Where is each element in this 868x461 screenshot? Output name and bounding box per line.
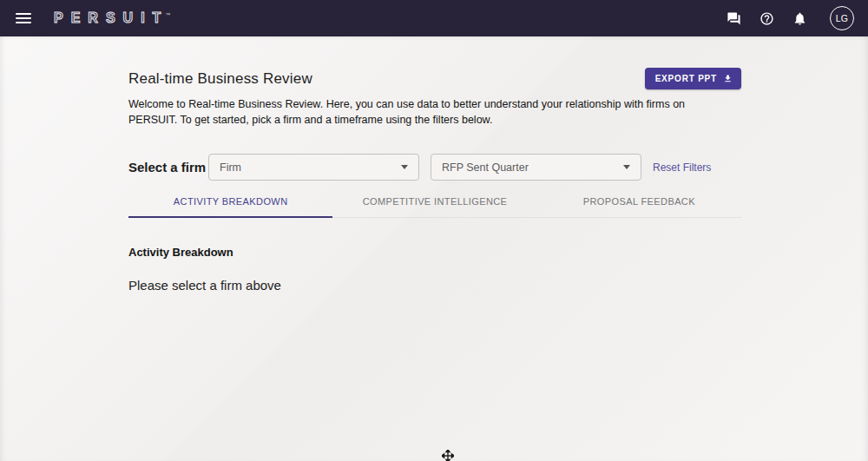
tab-proposal-feedback[interactable]: PROPOSAL FEEDBACK [537, 186, 741, 217]
filter-row: Select a firm Firm RFP Sent Quarter Rese… [128, 154, 741, 181]
section-title: Activity Breakdown [128, 246, 233, 259]
page-background: Real-time Business Review EXPORT PPT Wel… [0, 36, 868, 461]
welcome-text: Welcome to Real-time Business Review. He… [128, 97, 729, 128]
move-cursor-icon [442, 450, 454, 461]
hamburger-menu-icon[interactable] [16, 13, 31, 23]
navbar-actions: LG [726, 6, 854, 30]
header-row: Real-time Business Review EXPORT PPT [128, 68, 741, 89]
logo-text: PERSUIT [54, 11, 168, 25]
download-icon [723, 74, 733, 83]
top-navbar: PERSUIT ™ LG [0, 0, 868, 36]
chat-icon[interactable] [726, 10, 741, 26]
reset-filters-link[interactable]: Reset Filters [653, 161, 711, 174]
tab-activity-breakdown[interactable]: ACTIVITY BREAKDOWN [128, 186, 332, 217]
persuit-logo: PERSUIT ™ [54, 11, 170, 25]
logo-trademark: ™ [165, 12, 170, 17]
tab-competitive-intelligence[interactable]: COMPETITIVE INTELLIGENCE [332, 186, 536, 217]
select-firm-label: Select a firm [128, 160, 208, 175]
tab-bar: ACTIVITY BREAKDOWN COMPETITIVE INTELLIGE… [128, 186, 741, 218]
export-ppt-label: EXPORT PPT [655, 74, 717, 83]
firm-dropdown-value: Firm [220, 161, 241, 174]
avatar[interactable]: LG [830, 6, 854, 30]
help-icon[interactable] [759, 10, 774, 26]
chevron-down-icon [401, 165, 408, 169]
rfp-sent-quarter-value: RFP Sent Quarter [442, 161, 529, 174]
rfp-sent-quarter-dropdown[interactable]: RFP Sent Quarter [431, 154, 641, 181]
empty-state-message: Please select a firm above [128, 278, 281, 293]
notifications-icon[interactable] [792, 10, 807, 26]
export-ppt-button[interactable]: EXPORT PPT [645, 68, 741, 89]
page-title: Real-time Business Review [128, 70, 312, 88]
firm-dropdown[interactable]: Firm [208, 154, 419, 181]
chevron-down-icon [623, 165, 630, 169]
